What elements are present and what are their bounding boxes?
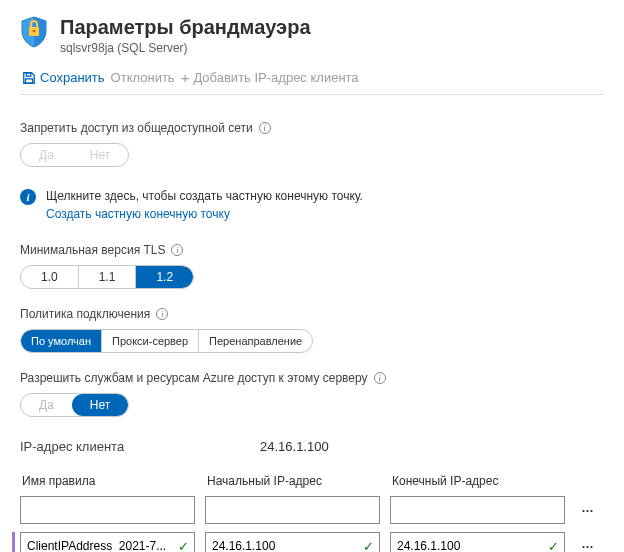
info-icon: i (20, 189, 36, 205)
row-menu-icon[interactable]: ··· (575, 502, 599, 518)
info-icon[interactable]: i (156, 308, 168, 320)
col-rule-name: Имя правила (22, 474, 197, 488)
start-ip-input[interactable] (205, 496, 380, 524)
save-button[interactable]: Сохранить (20, 68, 107, 87)
discard-button[interactable]: Отклонить (109, 68, 177, 87)
add-client-ip-button[interactable]: +Добавить IP-адрес клиента (179, 67, 361, 88)
connection-policy-selector[interactable]: По умолчан Прокси-сервер Перенаправление (20, 329, 313, 353)
shield-icon (20, 16, 48, 48)
tls-10[interactable]: 1.0 (21, 266, 79, 288)
page-subtitle: sqlsvr98ja (SQL Server) (60, 41, 311, 55)
create-private-endpoint-link[interactable]: Создать частную конечную точку (46, 207, 363, 221)
tls-12[interactable]: 1.2 (136, 266, 193, 288)
client-ip-value: 24.16.1.100 (260, 439, 329, 454)
conn-policy-redirect[interactable]: Перенаправление (199, 330, 312, 352)
info-icon[interactable]: i (171, 244, 183, 256)
rule-name-input[interactable] (20, 532, 195, 552)
public-access-no[interactable]: Нет (72, 144, 128, 166)
info-icon[interactable]: i (259, 122, 271, 134)
info-icon[interactable]: i (374, 372, 386, 384)
table-row: ✓ ✓ ✓ ··· (20, 532, 604, 552)
tls-11[interactable]: 1.1 (79, 266, 137, 288)
col-end-ip: Конечный IP-адрес (392, 474, 567, 488)
tls-selector[interactable]: 1.0 1.1 1.2 (20, 265, 194, 289)
svg-point-1 (33, 30, 36, 33)
azure-access-yes[interactable]: Да (21, 394, 72, 416)
table-row: ··· (20, 496, 604, 524)
col-start-ip: Начальный IP-адрес (207, 474, 382, 488)
rule-name-input[interactable] (20, 496, 195, 524)
private-endpoint-message: Щелкните здесь, чтобы создать частную ко… (46, 189, 363, 203)
page-title: Параметры брандмауэра (60, 16, 311, 39)
separator (20, 94, 604, 95)
conn-policy-default[interactable]: По умолчан (21, 330, 102, 352)
end-ip-input[interactable] (390, 496, 565, 524)
start-ip-input[interactable] (205, 532, 380, 552)
public-access-label: Запретить доступ из общедоступной сети i (20, 121, 604, 135)
row-menu-icon[interactable]: ··· (575, 538, 599, 552)
svg-rect-3 (26, 78, 33, 82)
client-ip-label: IP-адрес клиента (20, 439, 260, 454)
azure-access-label: Разрешить службам и ресурсам Azure досту… (20, 371, 604, 385)
tls-label: Минимальная версия TLS i (20, 243, 604, 257)
save-icon (22, 71, 36, 85)
azure-access-toggle[interactable]: Да Нет (20, 393, 129, 417)
conn-policy-proxy[interactable]: Прокси-сервер (102, 330, 199, 352)
public-access-toggle[interactable]: Да Нет (20, 143, 129, 167)
connection-policy-label: Политика подключения i (20, 307, 604, 321)
public-access-yes[interactable]: Да (21, 144, 72, 166)
azure-access-no[interactable]: Нет (72, 394, 128, 416)
end-ip-input[interactable] (390, 532, 565, 552)
svg-rect-2 (26, 72, 30, 76)
